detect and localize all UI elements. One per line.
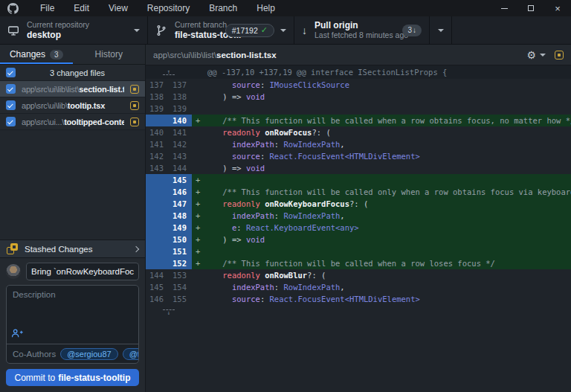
minimize-button[interactable] [491, 0, 517, 16]
diff-line: 140141 readonly onRowFocus?: ( [146, 126, 571, 138]
diff-file-header: app\src\ui\lib\list\section-list.tsx ⚙ [146, 45, 571, 65]
check-icon [7, 102, 13, 108]
line-number-gutter[interactable]: 145 [146, 174, 192, 186]
tab-changes[interactable]: Changes3 [0, 45, 73, 64]
expand-row: ↓ [146, 305, 571, 320]
file-row[interactable]: app\src\ui...\tooltipped-content.tsx [0, 114, 145, 130]
diff-line[interactable]: 152+ /** This function will be called wh… [146, 257, 571, 269]
code-token: , [340, 281, 344, 293]
chevron-down-icon[interactable] [540, 54, 546, 57]
file-dir: app\src\ui\lib\ [22, 101, 68, 110]
expand-down-button[interactable]: ↓ [146, 305, 192, 320]
expand-down-icon: ↓ [167, 310, 171, 315]
stashed-changes-row[interactable]: Stashed Changes [0, 240, 145, 258]
line-number-gutter[interactable]: 149 [146, 222, 192, 234]
menu-branch[interactable]: Branch [199, 0, 247, 16]
line-number-gutter[interactable]: 151 [146, 245, 192, 257]
pr-status-badge[interactable]: #17192 ✓ [225, 24, 274, 37]
close-button[interactable]: × [544, 0, 571, 16]
code-line [192, 103, 571, 115]
coauthor-pill[interactable]: @sergiou87 [60, 348, 117, 360]
code-line: indexPath: RowIndexPath, [192, 281, 571, 293]
code-line: readonly onRowBlur?: ( [192, 269, 571, 281]
menu-view[interactable]: View [99, 0, 138, 16]
commit-button[interactable]: Commit to file-status-tooltip [6, 369, 139, 386]
menu-help[interactable]: Help [247, 0, 285, 16]
menu-edit[interactable]: Edit [64, 0, 99, 16]
line-number-gutter[interactable]: 150 [146, 234, 192, 245]
file-dir: app\src\ui...\ [22, 118, 64, 126]
coauthors-pills: @sergiou87@tidy-dev [60, 348, 138, 360]
current-branch-button[interactable]: Current branch file-status-too... #17192… [148, 16, 294, 44]
gear-icon[interactable]: ⚙ [526, 50, 536, 60]
line-number-gutter[interactable]: 147 [146, 198, 192, 210]
changed-files-count: 3 changed files [16, 68, 139, 77]
maximize-button[interactable] [517, 0, 544, 16]
code-token: readonly [222, 198, 265, 210]
old-line-number [146, 234, 169, 245]
commit-description-input[interactable] [7, 286, 138, 344]
commit-summary-input[interactable] [26, 263, 139, 280]
pull-title: Pull origin [314, 20, 396, 30]
code-token: : [274, 138, 284, 150]
line-number-gutter[interactable]: 146 [146, 186, 192, 198]
diff-line[interactable]: 148+ indexPath: RowIndexPath, [146, 210, 571, 222]
diff-marker [192, 126, 204, 138]
code-line: indexPath: RowIndexPath, [192, 138, 571, 150]
file-checkbox[interactable] [6, 117, 16, 126]
chevron-right-icon [133, 245, 139, 251]
current-repository-button[interactable]: Current repository desktop [0, 16, 148, 44]
diff-line[interactable]: 146+ /** This function will be called on… [146, 186, 571, 198]
diff-line: 137137 source: IMouseClickSource [146, 79, 571, 91]
line-number-gutter[interactable]: 152 [146, 257, 192, 269]
new-line-number: 142 [169, 138, 192, 150]
code-token: RowIndexPath [284, 138, 341, 150]
code-token: React.FocusEvent<HTMLDivElement> [270, 293, 420, 305]
diff-line[interactable]: 140+ /** This function will be called wh… [146, 115, 571, 126]
modified-status-icon [130, 118, 139, 126]
code-token: : [260, 293, 270, 305]
tab-label: Changes [10, 49, 45, 60]
window-controls: × [491, 0, 571, 16]
diff-line[interactable]: 145+ [146, 174, 571, 186]
coauthors-row[interactable]: Co-Authors @sergiou87@tidy-dev [7, 344, 138, 363]
menu-file[interactable]: File [30, 0, 64, 16]
select-all-checkbox[interactable] [6, 68, 16, 77]
file-checkbox[interactable] [6, 100, 16, 110]
line-number-gutter[interactable]: 148 [146, 210, 192, 222]
code-token: React.FocusEvent<HTMLDivElement> [270, 150, 420, 162]
diff-marker [192, 103, 204, 115]
add-coauthor-icon[interactable] [11, 328, 23, 341]
diff-line[interactable]: 150+ ) => void [146, 234, 571, 245]
expand-up-button[interactable]: ↑ [146, 65, 192, 79]
tab-history[interactable]: History [73, 45, 146, 64]
file-checkbox[interactable] [6, 84, 16, 94]
code-token [204, 269, 222, 281]
menu-repository[interactable]: Repository [138, 0, 199, 16]
line-number-gutter[interactable]: 140 [146, 115, 192, 126]
code-token: : [260, 79, 270, 91]
branch-name: file-status-too... [175, 30, 219, 40]
pull-origin-button[interactable]: ↓ Pull origin Last fetched 8 minutes ago… [294, 16, 430, 44]
repository-icon [7, 25, 19, 36]
diff-line[interactable]: 147+ readonly onRowKeyboardFocus?: ( [146, 198, 571, 210]
code-token: source [232, 150, 260, 162]
file-row[interactable]: app\src\ui\lib\tooltip.tsx [0, 97, 145, 114]
diff-line: 146155 source: React.FocusEvent<HTMLDivE… [146, 293, 571, 305]
code-token: React.KeyboardEvent<any> [246, 222, 359, 234]
coauthor-pill[interactable]: @tidy-dev [123, 348, 138, 360]
code-line: + /** This function will be called when … [192, 257, 571, 269]
diff-marker: + [192, 257, 204, 269]
modified-status-icon [130, 101, 139, 110]
file-row[interactable]: app\src\ui\lib\list\section-list.tsx [0, 81, 145, 97]
diff-line[interactable]: 149+ e: React.KeyboardEvent<any> [146, 222, 571, 234]
code-token: void [246, 162, 265, 174]
code-token: : [236, 222, 246, 234]
new-line-number: 141 [169, 126, 192, 138]
pull-dropdown-button[interactable] [430, 16, 452, 44]
old-line-number: 143 [146, 162, 169, 174]
diff-line: 144153 readonly onRowBlur?: ( [146, 269, 571, 281]
chevron-down-icon [438, 29, 444, 32]
diff-line[interactable]: 151+ [146, 245, 571, 257]
new-line-number: 143 [169, 150, 192, 162]
